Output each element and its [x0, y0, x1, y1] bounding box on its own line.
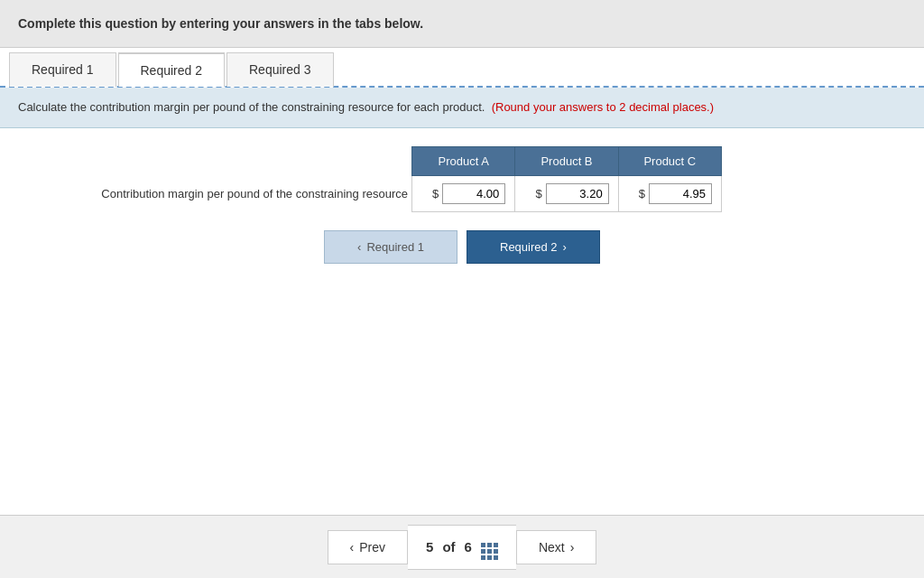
chevron-left-icon: ‹ [357, 240, 361, 254]
prev-page-label: Prev [359, 540, 385, 555]
table-wrapper: Product A Product B Product C Contributi… [0, 128, 924, 273]
instruction-bar: Complete this question by entering your … [0, 0, 924, 48]
cell-product-b: $ [515, 175, 618, 211]
grid-icon[interactable] [481, 535, 498, 560]
question-main-text: Calculate the contribution margin per po… [18, 100, 485, 114]
row-label: Contribution margin per pound of the con… [18, 175, 412, 211]
pagination-bar: ‹ Prev 5 of 6 Next › [0, 515, 924, 578]
prev-req-label: Required 1 [366, 240, 424, 254]
prev-chevron-icon: ‹ [350, 540, 355, 555]
next-required-button[interactable]: Required 2 › [467, 230, 600, 264]
instruction-text: Complete this question by entering your … [18, 16, 423, 31]
table-row: Contribution margin per pound of the con… [18, 175, 722, 211]
tab-required-1[interactable]: Required 1 [9, 52, 116, 87]
current-page: 5 [426, 539, 433, 555]
next-chevron-icon: › [570, 540, 575, 555]
col-header-product-a: Product A [412, 146, 515, 175]
input-product-b[interactable] [546, 183, 609, 204]
tab-required-3[interactable]: Required 3 [226, 52, 334, 87]
input-product-a[interactable] [442, 183, 505, 204]
nav-buttons: ‹ Required 1 Required 2 › [18, 230, 906, 264]
prev-required-button[interactable]: ‹ Required 1 [324, 230, 457, 264]
of-label: of [442, 539, 455, 555]
tab-required-2[interactable]: Required 2 [118, 52, 226, 87]
chevron-right-icon: › [563, 240, 567, 254]
cell-product-c: $ [618, 175, 721, 211]
col-header-empty [18, 146, 412, 175]
page-info: 5 of 6 [408, 525, 516, 570]
tabs-container: Required 1 Required 2 Required 3 [0, 51, 924, 88]
total-pages: 6 [465, 539, 472, 555]
cell-product-a: $ [412, 175, 515, 211]
next-page-button[interactable]: Next › [516, 530, 596, 564]
data-table: Product A Product B Product C Contributi… [18, 146, 722, 212]
currency-symbol-b: $ [535, 187, 541, 200]
question-note-text: (Round your answers to 2 decimal places.… [488, 100, 714, 114]
question-bar: Calculate the contribution margin per po… [0, 88, 924, 128]
col-header-product-b: Product B [515, 146, 618, 175]
currency-symbol-a: $ [432, 187, 439, 200]
currency-symbol-c: $ [639, 187, 645, 200]
next-page-label: Next [539, 540, 565, 555]
col-header-product-c: Product C [618, 146, 721, 175]
prev-page-button[interactable]: ‹ Prev [328, 530, 408, 564]
next-req-label: Required 2 [500, 240, 558, 254]
input-product-c[interactable] [649, 183, 712, 204]
